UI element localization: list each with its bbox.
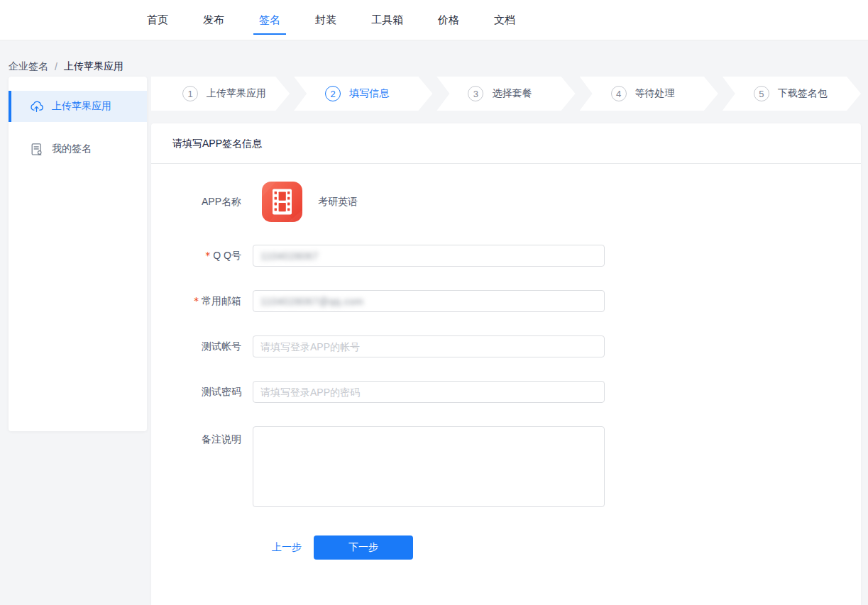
nav-item-package[interactable]: 封装 bbox=[315, 11, 336, 30]
email-value-redacted: 1104028067@qq.com bbox=[260, 296, 363, 307]
content-area: 上传苹果应用 我的签名 1 上传苹果应用 2 填写信息 3 bbox=[0, 77, 868, 605]
step-5-download-package: 5 下载签名包 bbox=[723, 77, 861, 111]
qq-label: *Q Q号 bbox=[172, 245, 241, 267]
nav-item-home[interactable]: 首页 bbox=[147, 11, 168, 30]
app-name-row: APP名称 bbox=[172, 182, 861, 222]
required-marker: * bbox=[205, 250, 210, 261]
test-account-row: 测试帐号 bbox=[172, 335, 861, 357]
sign-info-form: APP名称 bbox=[151, 164, 861, 581]
step-number: 5 bbox=[754, 86, 769, 101]
sidebar-item-label: 我的签名 bbox=[52, 143, 92, 155]
nav-item-sign[interactable]: 签名 bbox=[259, 11, 280, 30]
breadcrumb-current-page: 上传苹果应用 bbox=[64, 60, 123, 73]
step-label: 选择套餐 bbox=[492, 87, 532, 100]
email-row: *常用邮箱 1104028067@qq.com bbox=[172, 290, 861, 312]
signature-doc-icon bbox=[29, 142, 44, 157]
test-account-label: 测试帐号 bbox=[172, 335, 241, 357]
required-marker: * bbox=[194, 295, 199, 306]
cloud-upload-icon bbox=[29, 99, 44, 114]
qq-input[interactable]: 1104028067 bbox=[253, 245, 605, 267]
sign-info-panel: 请填写APP签名信息 APP名称 bbox=[151, 123, 861, 605]
step-number: 4 bbox=[611, 86, 627, 101]
panel-title: 请填写APP签名信息 bbox=[151, 123, 861, 164]
app-name-value: 考研英语 bbox=[318, 196, 358, 209]
sidebar: 上传苹果应用 我的签名 bbox=[9, 77, 147, 431]
top-nav: 首页 发布 签名 封装 工具箱 价格 文档 bbox=[0, 0, 868, 40]
wizard-stepper: 1 上传苹果应用 2 填写信息 3 选择套餐 4 等待处理 5 下载签名包 bbox=[151, 77, 861, 111]
step-number: 3 bbox=[468, 86, 483, 101]
test-password-row: 测试密码 bbox=[172, 381, 861, 403]
nav-item-docs[interactable]: 文档 bbox=[494, 11, 515, 30]
step-2-fill-info-current: 2 填写信息 bbox=[294, 77, 432, 111]
step-3-choose-plan: 3 选择套餐 bbox=[436, 77, 575, 111]
step-1-upload-app: 1 上传苹果应用 bbox=[151, 77, 290, 111]
step-label: 下载签名包 bbox=[778, 87, 828, 100]
test-password-label: 测试密码 bbox=[172, 381, 241, 403]
remark-textarea[interactable] bbox=[253, 426, 605, 507]
qq-value-redacted: 1104028067 bbox=[260, 250, 319, 262]
sidebar-item-label: 上传苹果应用 bbox=[52, 100, 111, 113]
breadcrumb: 企业签名 / 上传苹果应用 bbox=[0, 40, 868, 77]
step-label: 等待处理 bbox=[635, 87, 675, 100]
remark-row: 备注说明 bbox=[172, 426, 861, 507]
nav-item-toolbox[interactable]: 工具箱 bbox=[371, 11, 403, 30]
remark-label: 备注说明 bbox=[172, 426, 241, 507]
film-app-icon bbox=[262, 182, 302, 222]
step-label: 上传苹果应用 bbox=[207, 87, 266, 100]
step-number: 1 bbox=[182, 86, 198, 101]
step-label: 填写信息 bbox=[349, 87, 389, 100]
sidebar-item-upload-ios-app[interactable]: 上传苹果应用 bbox=[9, 91, 147, 122]
nav-item-publish[interactable]: 发布 bbox=[203, 11, 224, 30]
app-name-label: APP名称 bbox=[172, 191, 241, 213]
test-password-input[interactable] bbox=[253, 381, 605, 403]
email-input[interactable]: 1104028067@qq.com bbox=[253, 290, 605, 312]
nav-item-price[interactable]: 价格 bbox=[438, 11, 459, 30]
test-account-input[interactable] bbox=[253, 335, 605, 357]
form-actions: 上一步 下一步 bbox=[272, 535, 861, 581]
email-label: *常用邮箱 bbox=[172, 290, 241, 312]
step-4-wait-processing: 4 等待处理 bbox=[580, 77, 718, 111]
sidebar-item-my-signatures[interactable]: 我的签名 bbox=[9, 133, 147, 165]
prev-step-link[interactable]: 上一步 bbox=[272, 541, 302, 554]
breadcrumb-enterprise-sign[interactable]: 企业签名 bbox=[9, 60, 48, 73]
next-step-button[interactable]: 下一步 bbox=[314, 535, 413, 560]
breadcrumb-separator: / bbox=[55, 61, 57, 72]
step-number: 2 bbox=[325, 86, 341, 101]
qq-row: *Q Q号 1104028067 bbox=[172, 245, 861, 267]
main-panel: 1 上传苹果应用 2 填写信息 3 选择套餐 4 等待处理 5 下载签名包 请填… bbox=[151, 77, 861, 605]
